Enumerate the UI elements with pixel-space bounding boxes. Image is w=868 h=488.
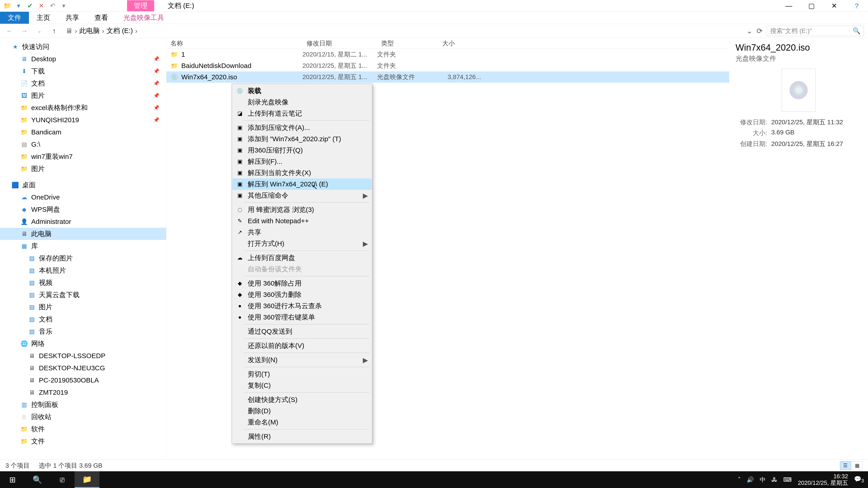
file-row[interactable]: 💿Win7x64_2020.iso2020/12/25, 星期五 1...光盘映… — [166, 71, 729, 83]
context-menu-item[interactable]: ✎Edit with Notepad++ — [232, 215, 372, 227]
nav-item[interactable]: ▧视频 — [0, 276, 166, 289]
nav-item[interactable]: ⬇下载📌 — [0, 65, 166, 77]
nav-item[interactable]: ★快速访问 — [0, 41, 166, 53]
nav-item[interactable]: ▥控制面板 — [0, 398, 166, 411]
context-menu-item[interactable]: 重命名(M) — [232, 417, 372, 428]
context-menu-item[interactable]: ▣解压到当前文件夹(X) — [232, 167, 372, 178]
nav-item[interactable]: ▤G:\ — [0, 138, 166, 151]
nav-item[interactable]: ▧天翼云盘下载 — [0, 289, 166, 301]
nav-item[interactable]: ▧本机照片 — [0, 264, 166, 276]
tab-file[interactable]: 文件 — [0, 12, 29, 24]
context-menu-item[interactable]: 复制(C) — [232, 380, 372, 391]
nav-history-dropdown[interactable]: ⌄ — [34, 26, 45, 36]
context-menu-item[interactable]: ◆使用 360解除占用 — [232, 278, 372, 289]
nav-forward-button[interactable]: → — [19, 26, 30, 36]
nav-item[interactable]: 🖥DESKTOP-NJEU3CG — [0, 362, 166, 374]
context-menu-item[interactable]: ▣用360压缩打开(Q) — [232, 144, 372, 156]
qat-check-icon[interactable]: ✔ — [25, 1, 34, 10]
nav-back-button[interactable]: ← — [4, 26, 15, 36]
nav-item[interactable]: 🖼图片📌 — [0, 90, 166, 102]
nav-item[interactable]: ▧保存的图片 — [0, 252, 166, 264]
nav-item[interactable]: 📁win7重装win7 — [0, 151, 166, 163]
context-menu-item[interactable]: ▣其他压缩命令▶ — [232, 190, 372, 201]
file-row[interactable]: 📁BaiduNetdiskDownload2020/12/25, 星期五 1..… — [166, 60, 729, 71]
breadcrumb[interactable]: 🖥 › 此电脑 › 文档 (E:) › — [64, 25, 742, 37]
network-icon[interactable]: 🖧 — [772, 476, 777, 483]
nav-item[interactable]: 📁图片 — [0, 163, 166, 175]
search-button[interactable]: 🔍 — [25, 471, 50, 488]
nav-item[interactable]: 🖥此电脑 — [0, 228, 166, 240]
context-menu-item[interactable]: ▣添加到 "Win7x64_2020.zip" (T) — [232, 133, 372, 144]
ime-indicator[interactable]: 中 — [760, 476, 766, 484]
nav-item[interactable]: 🌐网络 — [0, 337, 166, 350]
help-button[interactable]: ? — [845, 0, 868, 12]
nav-item[interactable]: 📁YUNQISHI2019📌 — [0, 114, 166, 126]
context-menu-item[interactable]: 通过QQ发送到 — [232, 326, 372, 337]
context-menu-item[interactable]: ▣解压到 Win7x64_2020\ (E) — [232, 178, 372, 190]
context-menu-item[interactable]: 属性(R) — [232, 431, 372, 442]
nav-item[interactable]: ▧文档 — [0, 313, 166, 325]
column-header-date[interactable]: 修改日期 — [303, 39, 377, 48]
qat-save-icon[interactable]: ▾ — [14, 1, 23, 10]
tab-view[interactable]: 查看 — [87, 12, 116, 24]
context-menu-item[interactable]: ☁上传到百度网盘 — [232, 252, 372, 263]
context-menu-item[interactable]: ●使用 360管理右键菜单 — [232, 312, 372, 323]
nav-item[interactable]: ▧音乐 — [0, 325, 166, 337]
nav-item[interactable]: 🟦桌面 — [0, 179, 166, 191]
refresh-icon[interactable]: ⟳ — [756, 27, 763, 35]
qat-close-icon[interactable]: ✕ — [37, 1, 46, 10]
minimize-button[interactable]: — — [778, 0, 800, 12]
nav-item[interactable]: 🖥Desktop📌 — [0, 53, 166, 65]
view-details-button[interactable]: ☰ — [840, 461, 851, 470]
maximize-button[interactable]: ▢ — [800, 0, 823, 12]
context-menu-item[interactable]: ↗共享 — [232, 227, 372, 238]
breadcrumb-segment[interactable]: 文档 (E:) — [106, 26, 133, 35]
tab-share[interactable]: 共享 — [58, 12, 87, 24]
tab-disc-image-tools[interactable]: 光盘映像工具 — [116, 12, 172, 24]
context-menu-item[interactable]: 发送到(N)▶ — [232, 354, 372, 365]
nav-item[interactable]: 🗑回收站 — [0, 411, 166, 423]
nav-item[interactable]: ▧图片 — [0, 301, 166, 313]
nav-item[interactable]: 📁软件 — [0, 423, 166, 435]
search-input[interactable]: 搜索"文档 (E:)" 🔍 — [767, 26, 864, 36]
nav-item[interactable]: ◆WPS网盘 — [0, 203, 166, 216]
taskbar-clock[interactable]: 16:32 2020/12/25, 星期五 — [798, 473, 848, 486]
context-menu-item[interactable]: ◆使用 360强力删除 — [232, 289, 372, 300]
nav-item[interactable]: 🖥DESKTOP-LSSOEDP — [0, 350, 166, 362]
view-icons-button[interactable]: ▦ — [852, 461, 863, 470]
context-menu-item[interactable]: 打开方式(H)▶ — [232, 238, 372, 249]
task-view-button[interactable]: ⎚ — [50, 471, 74, 488]
nav-item[interactable]: 📄文档📌 — [0, 77, 166, 90]
context-menu-item[interactable]: 还原以前的版本(V) — [232, 340, 372, 351]
nav-item[interactable]: 📁文件 — [0, 435, 166, 447]
nav-item[interactable]: ☁OneDrive — [0, 191, 166, 203]
context-menu-item[interactable]: ▣添加到压缩文件(A)... — [232, 122, 372, 133]
tab-home[interactable]: 主页 — [29, 12, 58, 24]
nav-item[interactable]: ▦库 — [0, 240, 166, 252]
context-menu-item[interactable]: ▣解压到(F)... — [232, 156, 372, 167]
nav-item[interactable]: 🖥ZMT2019 — [0, 386, 166, 398]
volume-icon[interactable]: 🔊 — [747, 476, 754, 483]
breadcrumb-segment[interactable]: 此电脑 — [79, 26, 100, 35]
tray-overflow-icon[interactable]: ˄ — [738, 476, 741, 483]
qat-dropdown-icon[interactable]: ▾ — [59, 1, 68, 10]
qat-undo-icon[interactable]: ↶ — [48, 1, 57, 10]
navigation-pane[interactable]: ★快速访问🖥Desktop📌⬇下载📌📄文档📌🖼图片📌📁excel表格制作求和📌📁… — [0, 38, 166, 475]
close-button[interactable]: ✕ — [823, 0, 845, 12]
nav-item[interactable]: 🖥PC-20190530OBLA — [0, 374, 166, 386]
action-center-icon[interactable]: 💬3 — [854, 476, 864, 484]
nav-up-button[interactable]: ↑ — [49, 26, 60, 36]
explorer-taskbar-button[interactable]: 📁 — [74, 471, 99, 488]
nav-item[interactable]: 📁Bandicam — [0, 126, 166, 138]
column-header-name[interactable]: 名称 — [166, 39, 303, 48]
address-dropdown-icon[interactable]: ⌄ — [746, 27, 752, 35]
column-header-size[interactable]: 大小 — [438, 39, 488, 48]
context-menu-item[interactable]: 剪切(T) — [232, 368, 372, 380]
context-menu-item[interactable]: 💿装载 — [232, 85, 372, 96]
file-row[interactable]: 📁12020/12/15, 星期二 1...文件夹 — [166, 49, 729, 60]
nav-item[interactable]: 📁excel表格制作求和📌 — [0, 102, 166, 114]
context-menu-item[interactable]: ◪上传到有道云笔记 — [232, 108, 372, 119]
start-button[interactable]: ⊞ — [0, 471, 25, 488]
keyboard-icon[interactable]: ⌨ — [783, 476, 792, 483]
context-menu-item[interactable]: ◌用 蜂蜜浏览器 浏览(3) — [232, 204, 372, 215]
